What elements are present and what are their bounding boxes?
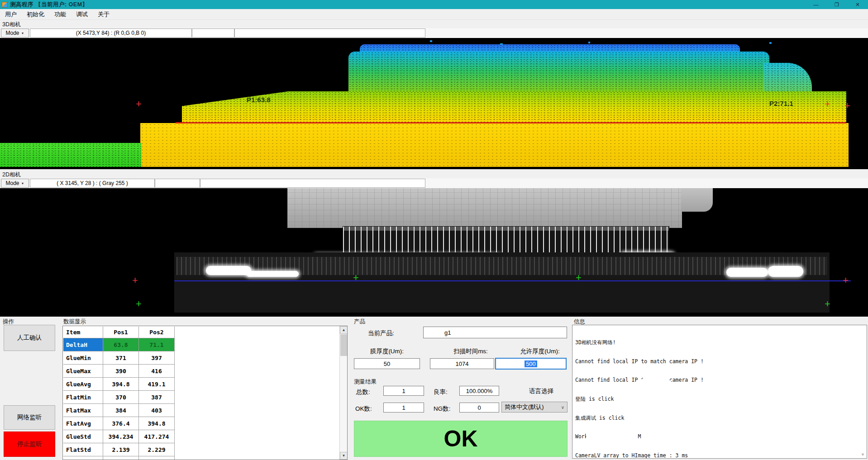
- chevron-down-icon: ▼: [21, 182, 24, 185]
- log-line: Cannot find local IP to match camera IP …: [575, 377, 858, 384]
- total-count-field[interactable]: 1: [383, 386, 424, 396]
- solder-blob: [726, 268, 768, 277]
- chevron-down-icon: ∨: [561, 405, 564, 410]
- ok-count-field[interactable]: 1: [383, 403, 424, 413]
- camera3d-mode-button[interactable]: Mode ▼: [1, 28, 29, 38]
- app-icon: [2, 2, 8, 8]
- title-bar: 测高程序 【当前用户: OEM】 — ❐ ✕: [0, 0, 868, 9]
- camera3d-toolbar: Mode ▼ (X 5473,Y 84) : (R 0,G 0,B 0): [0, 28, 868, 38]
- table-row[interactable]: X 2583.5 7966.7: [63, 456, 175, 460]
- heightmap-yellow-slab: [140, 123, 849, 167]
- network-listen-button[interactable]: 网络监听: [4, 405, 55, 430]
- info-log-area[interactable]: 3D相机没有网络! Cannot find local IP to match …: [572, 325, 867, 459]
- camera2d-status-cell-3: [200, 179, 425, 188]
- pcb-body: [287, 188, 682, 228]
- current-product-field[interactable]: g1: [423, 327, 567, 338]
- table-row[interactable]: FlatStd 2.139 2.229: [63, 443, 175, 456]
- pcb-right-tab: [681, 188, 713, 212]
- camera2d-mode-button[interactable]: Mode ▼: [1, 179, 29, 188]
- chevron-down-icon: ▼: [21, 32, 24, 35]
- menu-item-user[interactable]: 用户: [0, 9, 22, 19]
- minimize-icon[interactable]: —: [806, 0, 826, 9]
- scan-time-label: 扫描时间ms:: [441, 347, 500, 356]
- data-grid: Item Pos1 Pos2 DeltaH 63.8 71.1 GlueMin …: [62, 326, 348, 460]
- allow-thickness-field[interactable]: 500: [495, 358, 567, 370]
- crosshair-marker: +: [136, 301, 142, 307]
- crosshair-marker: +: [353, 275, 359, 280]
- camera3d-image-canvas[interactable]: P1:63.8 P2:71.1 + + +: [0, 38, 868, 169]
- yield-field[interactable]: 100.000%: [459, 386, 499, 396]
- manual-confirm-button[interactable]: 人工确认: [4, 325, 55, 351]
- whiteout-scribble: [586, 430, 637, 442]
- table-row[interactable]: DeltaH 63.8 71.1: [63, 338, 175, 351]
- menu-item-init[interactable]: 初始化: [22, 9, 49, 19]
- speck: [769, 42, 772, 44]
- menu-item-debug[interactable]: 调试: [71, 9, 93, 19]
- crosshair-marker: +: [825, 301, 830, 307]
- camera3d-pixel-status: (X 5473,Y 84) : (R 0,G 0,B 0): [30, 28, 192, 38]
- log-line: CameraLV array to HImage time : 3 ms: [575, 453, 858, 459]
- window-title: 测高程序 【当前用户: OEM】: [10, 1, 88, 9]
- application-window: 测高程序 【当前用户: OEM】 — ❐ ✕ 用户 初始化 功能 调试 关于 3…: [0, 0, 868, 460]
- ng-count-label: NG数:: [434, 405, 451, 413]
- table-row[interactable]: GlueMax 390 416: [63, 365, 175, 378]
- menu-item-function[interactable]: 功能: [49, 9, 71, 19]
- table-row[interactable]: GlueStd 394.234 417.274: [63, 430, 175, 443]
- connector-top-glint: [343, 227, 669, 231]
- speck: [430, 40, 432, 42]
- maximize-icon[interactable]: ❐: [826, 0, 847, 9]
- heightmap-upper-body: [348, 52, 769, 95]
- selected-text: 500: [525, 360, 537, 367]
- table-row[interactable]: FlatAvg 376.4 394.8: [63, 417, 175, 430]
- crosshair-marker: +: [576, 275, 582, 280]
- language-select-dropdown[interactable]: 简体中文(默认) ∨: [501, 402, 568, 413]
- camera3d-status-cell-2: [192, 28, 234, 38]
- column-header-pos2[interactable]: Pos2: [139, 327, 175, 338]
- p1-measure-label: P1:63.8: [247, 96, 271, 104]
- scroll-up-icon[interactable]: ▲: [340, 326, 348, 334]
- measurement-blue-line: [174, 280, 851, 281]
- product-panel-title: 产品: [354, 318, 365, 326]
- measure-result-title: 测量结果: [354, 378, 377, 386]
- film-thickness-label: 膜厚度(Um):: [358, 347, 416, 356]
- close-icon[interactable]: ✕: [847, 0, 868, 9]
- data-display-title: 数据显示: [63, 318, 86, 326]
- crosshair-marker: +: [132, 278, 138, 283]
- log-line: 集成调试 is click: [575, 415, 858, 422]
- crosshair-marker: +: [825, 101, 830, 107]
- table-scrollbar[interactable]: ▲ ▼: [339, 326, 347, 460]
- camera2d-image-canvas[interactable]: + + + + + +: [0, 188, 868, 317]
- menu-item-about[interactable]: 关于: [93, 9, 114, 19]
- column-header-item[interactable]: Item: [63, 327, 103, 338]
- log-line: Cannot find local IP to match camera IP …: [575, 359, 858, 365]
- scroll-down-icon[interactable]: ▼: [861, 452, 865, 457]
- scroll-down-icon[interactable]: ▼: [340, 452, 348, 460]
- language-select-label: 语言选择: [520, 387, 562, 395]
- speck: [588, 42, 590, 43]
- camera2d-status-cell-2: [155, 179, 200, 188]
- crosshair-marker: +: [844, 103, 850, 109]
- yield-label: 良率:: [434, 388, 448, 396]
- scrollbar-thumb[interactable]: [340, 334, 347, 356]
- fixture-base: [174, 252, 830, 313]
- ok-count-label: OK数:: [355, 405, 372, 413]
- solder-blob: [247, 271, 299, 277]
- whiteout-scribble: [670, 402, 810, 414]
- table-row[interactable]: FlatMin 370 387: [63, 391, 175, 404]
- table-row[interactable]: GlueAvg 394.8 419.1: [63, 378, 175, 391]
- ng-count-field[interactable]: 0: [459, 403, 499, 413]
- stop-listen-button[interactable]: 停止监听: [4, 432, 55, 457]
- scan-time-field[interactable]: 1074: [430, 358, 494, 369]
- allow-thickness-label: 允许厚度(Um):: [510, 347, 569, 356]
- table-row[interactable]: GlueMin 371 397: [63, 351, 175, 365]
- camera2d-toolbar: Mode ▼ ( X 3145, Y 28 ) : ( Gray 255 ): [0, 178, 868, 188]
- result-status-banner: OK: [354, 421, 568, 457]
- crosshair-marker: +: [136, 101, 142, 107]
- heightmap-mid-band: [182, 91, 846, 124]
- crosshair-marker: +: [843, 278, 849, 283]
- column-header-pos1[interactable]: Pos1: [103, 327, 139, 338]
- table-row[interactable]: FlatMax 384 403: [63, 404, 175, 417]
- film-thickness-field[interactable]: 50: [354, 358, 420, 369]
- pcb-traces: [287, 188, 682, 228]
- p2-measure-label: P2:71.1: [769, 100, 793, 107]
